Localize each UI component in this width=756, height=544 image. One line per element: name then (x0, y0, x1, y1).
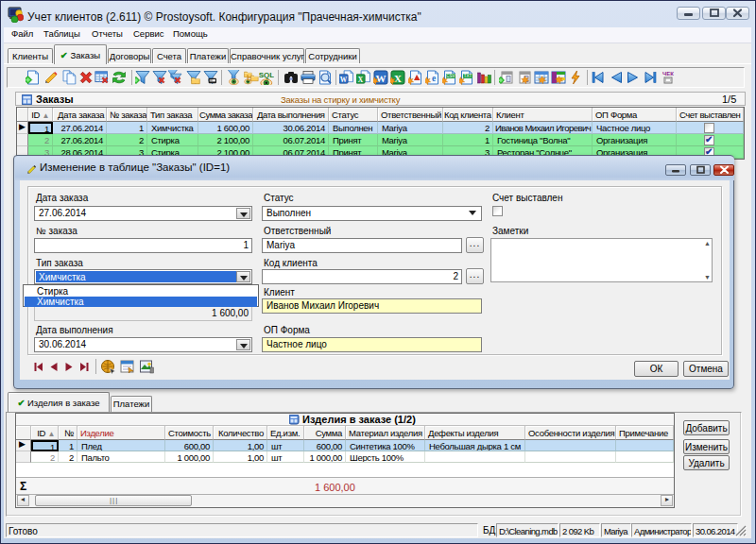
svg-text:SQL: SQL (259, 71, 274, 79)
svg-text:CSV: CSV (446, 74, 455, 78)
svg-text:ЧЕК: ЧЕК (662, 71, 674, 76)
svg-text:e: e (432, 74, 436, 83)
svg-text:TXT: TXT (464, 74, 472, 78)
